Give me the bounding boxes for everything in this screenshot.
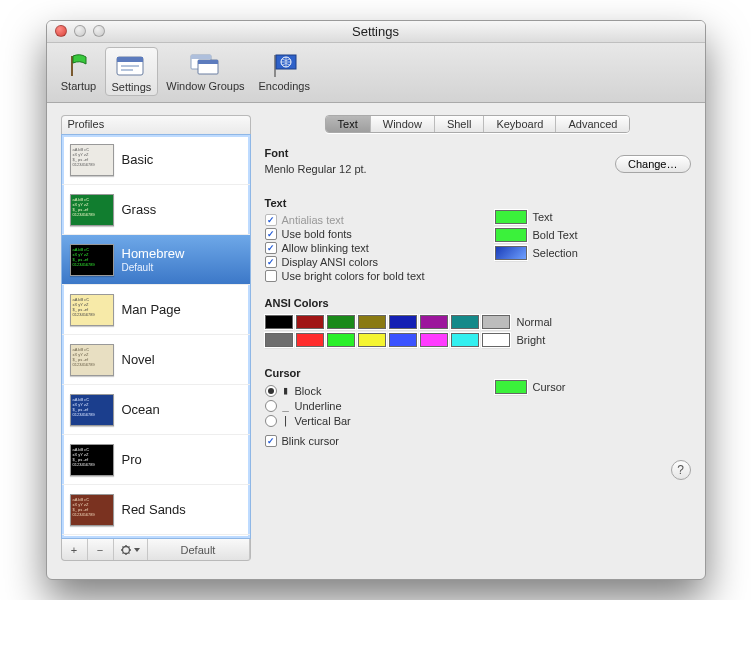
ansi-swatch[interactable] <box>265 315 293 329</box>
checkbox-brightbold[interactable]: Use bright colors for bold text <box>265 269 485 283</box>
swatch-text-color[interactable] <box>495 210 527 224</box>
svg-line-20 <box>129 546 130 547</box>
ansi-swatch[interactable] <box>296 315 324 329</box>
svg-rect-8 <box>198 60 218 64</box>
tab-keyboard[interactable]: Keyboard <box>484 116 556 132</box>
window-icon <box>113 51 149 81</box>
flag-icon <box>61 50 97 80</box>
tab-window[interactable]: Window <box>371 116 435 132</box>
profile-thumb: aA bB cC xX yY zZ $_ ps -ef 0123456789 <box>70 294 114 326</box>
profile-name: Pro <box>122 452 142 467</box>
toolbar-startup[interactable]: Startup <box>55 47 103 96</box>
profile-thumb: aA bB cC xX yY zZ $_ ps -ef 0123456789 <box>70 444 114 476</box>
tab-advanced[interactable]: Advanced <box>556 116 629 132</box>
svg-line-18 <box>129 552 130 553</box>
ansi-swatch[interactable] <box>327 333 355 347</box>
toolbar-window-groups[interactable]: Window Groups <box>160 47 250 96</box>
checkbox-label: Blink cursor <box>282 435 339 447</box>
swatch-label: Cursor <box>533 381 566 393</box>
ansi-swatch[interactable] <box>296 333 324 347</box>
profile-novel[interactable]: aA bB cC xX yY zZ $_ ps -ef 0123456789No… <box>62 335 250 385</box>
help-button[interactable]: ? <box>671 460 691 480</box>
section-text: Text <box>265 197 485 209</box>
cursor-glyph-icon: | <box>282 414 290 427</box>
ansi-swatch[interactable] <box>451 315 479 329</box>
profile-name: HomebrewDefault <box>122 246 185 273</box>
ansi-swatch[interactable] <box>420 333 448 347</box>
toolbar-encodings[interactable]: Encodings <box>253 47 316 96</box>
ansi-swatch[interactable] <box>358 333 386 347</box>
toolbar-label: Startup <box>61 80 96 92</box>
ansi-row-label: Bright <box>517 334 546 346</box>
toolbar-label: Window Groups <box>166 80 244 92</box>
swatch-label: Bold Text <box>533 229 578 241</box>
ansi-swatch[interactable] <box>420 315 448 329</box>
checkbox-icon <box>265 214 277 226</box>
profile-homebrew[interactable]: aA bB cC xX yY zZ $_ ps -ef 0123456789Ho… <box>62 235 250 285</box>
profile-basic[interactable]: aA bB cC xX yY zZ $_ ps -ef 0123456789Ba… <box>62 135 250 185</box>
profiles-list[interactable]: aA bB cC xX yY zZ $_ ps -ef 0123456789Ba… <box>61 134 251 539</box>
profile-name: Man Page <box>122 302 181 317</box>
toolbar-settings[interactable]: Settings <box>105 47 159 96</box>
checkbox-icon <box>265 435 277 447</box>
profile-name: Novel <box>122 352 155 367</box>
titlebar: Settings <box>47 21 705 43</box>
checkbox-ansi[interactable]: Display ANSI colors <box>265 255 485 269</box>
svg-rect-6 <box>191 55 211 59</box>
ansi-swatch[interactable] <box>482 333 510 347</box>
radio-cursor-underline[interactable]: _Underline <box>265 398 485 413</box>
radio-icon <box>265 400 277 412</box>
zoom-icon[interactable] <box>93 25 105 37</box>
profile-pro[interactable]: aA bB cC xX yY zZ $_ ps -ef 0123456789Pr… <box>62 435 250 485</box>
cursor-glyph-icon: ▮ <box>282 384 290 397</box>
profile-man-page[interactable]: aA bB cC xX yY zZ $_ ps -ef 0123456789Ma… <box>62 285 250 335</box>
tab-text[interactable]: Text <box>326 116 371 132</box>
minimize-icon[interactable] <box>74 25 86 37</box>
window-title: Settings <box>352 24 399 39</box>
windows-icon <box>187 50 223 80</box>
radio-icon <box>265 415 277 427</box>
ansi-swatch[interactable] <box>389 315 417 329</box>
profile-name: Red Sands <box>122 502 186 517</box>
remove-profile-button[interactable]: − <box>88 539 114 560</box>
checkbox-icon <box>265 256 277 268</box>
profile-action-menu[interactable] <box>114 539 148 560</box>
profile-grass[interactable]: aA bB cC xX yY zZ $_ ps -ef 0123456789Gr… <box>62 185 250 235</box>
ansi-swatch[interactable] <box>265 333 293 347</box>
checkbox-blink[interactable]: Allow blinking text <box>265 241 485 255</box>
checkbox-icon <box>265 228 277 240</box>
ansi-swatch[interactable] <box>451 333 479 347</box>
profile-ocean[interactable]: aA bB cC xX yY zZ $_ ps -ef 0123456789Oc… <box>62 385 250 435</box>
svg-rect-2 <box>117 57 143 62</box>
set-default-button[interactable]: Default <box>148 539 250 560</box>
cursor-glyph-icon: _ <box>282 399 290 412</box>
close-icon[interactable] <box>55 25 67 37</box>
tabs: TextWindowShellKeyboardAdvanced <box>265 115 691 133</box>
checkbox-blink-cursor[interactable]: Blink cursor <box>265 434 485 448</box>
radio-cursor-block[interactable]: ▮Block <box>265 383 485 398</box>
svg-line-17 <box>123 546 124 547</box>
ansi-swatch[interactable] <box>327 315 355 329</box>
radio-cursor-vbar[interactable]: |Vertical Bar <box>265 413 485 428</box>
checkbox-icon <box>265 242 277 254</box>
checkbox-bold[interactable]: Use bold fonts <box>265 227 485 241</box>
toolbar-label: Settings <box>112 81 152 93</box>
swatch-cursor[interactable] <box>495 380 527 394</box>
profile-thumb: aA bB cC xX yY zZ $_ ps -ef 0123456789 <box>70 144 114 176</box>
checkbox-label: Use bold fonts <box>282 228 352 240</box>
ansi-swatch[interactable] <box>358 315 386 329</box>
swatch-bold-color[interactable] <box>495 228 527 242</box>
section-cursor: Cursor <box>265 367 485 379</box>
profile-name: Ocean <box>122 402 160 417</box>
profile-red-sands[interactable]: aA bB cC xX yY zZ $_ ps -ef 0123456789Re… <box>62 485 250 535</box>
add-profile-button[interactable]: + <box>62 539 88 560</box>
tab-shell[interactable]: Shell <box>435 116 484 132</box>
checkbox-label: Allow blinking text <box>282 242 369 254</box>
ansi-swatch[interactable] <box>482 315 510 329</box>
ansi-swatch[interactable] <box>389 333 417 347</box>
change-font-button[interactable]: Change… <box>615 155 691 173</box>
font-value: Menlo Regular 12 pt. <box>265 163 485 175</box>
swatch-selection-color[interactable] <box>495 246 527 260</box>
svg-point-12 <box>123 546 130 553</box>
profile-thumb: aA bB cC xX yY zZ $_ ps -ef 0123456789 <box>70 244 114 276</box>
